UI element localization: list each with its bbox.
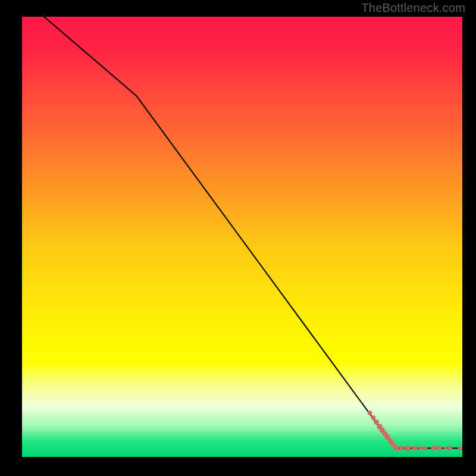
chart-plot-area: [22, 17, 462, 457]
data-marker: [444, 446, 447, 450]
chart-background-gradient: [22, 17, 462, 457]
chart-svg: [22, 17, 462, 457]
data-marker: [368, 411, 372, 415]
attribution-text: TheBottleneck.com: [361, 1, 465, 15]
data-marker: [419, 446, 422, 450]
data-marker: [412, 446, 417, 451]
screenshot-root: TheBottleneck.com: [0, 0, 476, 476]
data-marker: [400, 446, 405, 450]
data-marker: [437, 446, 442, 451]
data-marker: [393, 445, 399, 451]
data-marker: [448, 446, 453, 450]
data-marker: [405, 446, 411, 451]
data-marker: [422, 446, 427, 450]
data-marker: [374, 419, 379, 425]
data-marker: [431, 446, 437, 451]
data-marker: [458, 446, 462, 450]
data-marker: [371, 415, 376, 420]
